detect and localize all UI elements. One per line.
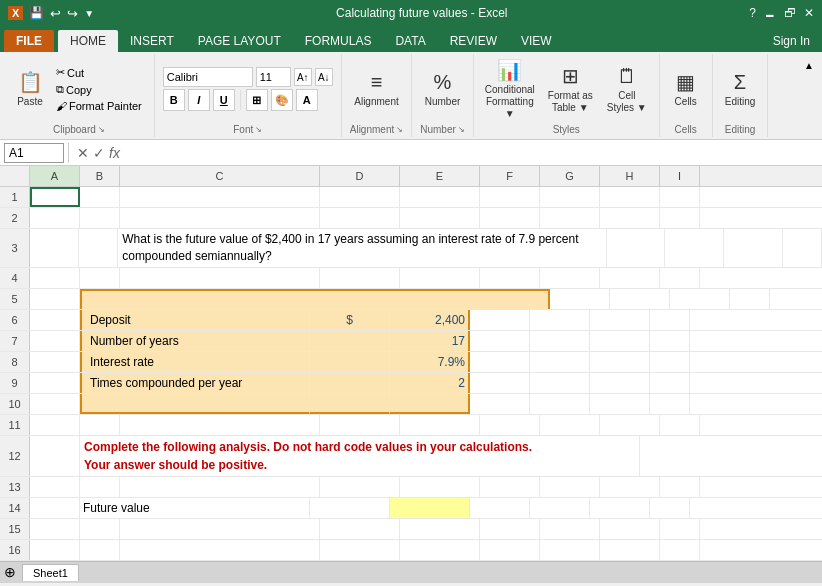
cell-a14[interactable] xyxy=(30,498,80,518)
number-expand-icon[interactable]: ↘ xyxy=(458,125,465,134)
cell-i16[interactable] xyxy=(660,540,700,560)
tab-page-layout[interactable]: PAGE LAYOUT xyxy=(186,30,293,52)
cell-a13[interactable] xyxy=(30,477,80,497)
cell-h6[interactable] xyxy=(590,310,650,330)
sheet-tab-1[interactable]: Sheet1 xyxy=(22,564,79,581)
tab-file[interactable]: FILE xyxy=(4,30,54,52)
cell-g13[interactable] xyxy=(540,477,600,497)
col-header-e[interactable]: E xyxy=(400,166,480,186)
cell-i9[interactable] xyxy=(650,373,690,393)
cell-i4[interactable] xyxy=(660,268,700,288)
close-icon[interactable]: ✕ xyxy=(804,6,814,20)
bold-button[interactable]: B xyxy=(163,89,185,111)
collapse-ribbon-button[interactable]: ▲ xyxy=(800,54,818,76)
editing-button[interactable]: Σ Editing xyxy=(721,64,760,114)
undo-icon[interactable]: ↩ xyxy=(50,6,61,21)
cell-c11[interactable] xyxy=(120,415,320,435)
alignment-button[interactable]: ≡ Alignment xyxy=(350,64,402,114)
cell-f14[interactable] xyxy=(470,498,530,518)
cell-f9[interactable] xyxy=(470,373,530,393)
cell-d4[interactable] xyxy=(320,268,400,288)
format-as-table-button[interactable]: ⊞ Format asTable ▼ xyxy=(544,62,597,116)
sign-in-button[interactable]: Sign In xyxy=(765,30,818,52)
cell-h7[interactable] xyxy=(590,331,650,351)
cell-b16[interactable] xyxy=(80,540,120,560)
cell-a10[interactable] xyxy=(30,394,80,414)
tab-formulas[interactable]: FORMULAS xyxy=(293,30,384,52)
cell-a16[interactable] xyxy=(30,540,80,560)
font-color-button[interactable]: A xyxy=(296,89,318,111)
help-icon[interactable]: ? xyxy=(749,6,756,20)
cell-e13[interactable] xyxy=(400,477,480,497)
cell-f1[interactable] xyxy=(480,187,540,207)
cell-g11[interactable] xyxy=(540,415,600,435)
cell-b13[interactable] xyxy=(80,477,120,497)
tab-insert[interactable]: INSERT xyxy=(118,30,186,52)
col-header-c[interactable]: C xyxy=(120,166,320,186)
cell-g14[interactable] xyxy=(530,498,590,518)
cell-f11[interactable] xyxy=(480,415,540,435)
copy-button[interactable]: ⧉ Copy xyxy=(52,82,146,97)
cell-d9[interactable] xyxy=(310,373,390,393)
cell-i8[interactable] xyxy=(650,352,690,372)
cell-a11[interactable] xyxy=(30,415,80,435)
cell-h3[interactable] xyxy=(724,229,783,267)
col-header-g[interactable]: G xyxy=(540,166,600,186)
format-painter-button[interactable]: 🖌 Format Painter xyxy=(52,99,146,113)
cell-i5[interactable] xyxy=(730,289,770,309)
conditional-formatting-button[interactable]: 📊 ConditionalFormatting ▼ xyxy=(482,56,538,122)
cell-i1[interactable] xyxy=(660,187,700,207)
cell-d2[interactable] xyxy=(320,208,400,228)
cell-h14[interactable] xyxy=(590,498,650,518)
cell-f8[interactable] xyxy=(470,352,530,372)
add-sheet-button[interactable]: ⊕ xyxy=(4,564,16,580)
cell-c2[interactable] xyxy=(120,208,320,228)
italic-button[interactable]: I xyxy=(188,89,210,111)
name-box[interactable] xyxy=(4,143,64,163)
cell-e1[interactable] xyxy=(400,187,480,207)
clipboard-expand-icon[interactable]: ↘ xyxy=(98,125,105,134)
cell-g2[interactable] xyxy=(540,208,600,228)
cell-b11[interactable] xyxy=(80,415,120,435)
cell-e8-value[interactable]: 7.9% xyxy=(390,352,470,372)
cell-f6[interactable] xyxy=(470,310,530,330)
cell-g10[interactable] xyxy=(530,394,590,414)
cell-e2[interactable] xyxy=(400,208,480,228)
restore-icon[interactable]: 🗗 xyxy=(784,6,796,20)
cell-i13[interactable] xyxy=(660,477,700,497)
cell-f5[interactable] xyxy=(550,289,610,309)
alignment-expand-icon[interactable]: ↘ xyxy=(396,125,403,134)
tab-data[interactable]: DATA xyxy=(383,30,437,52)
cell-f15[interactable] xyxy=(480,519,540,539)
tab-view[interactable]: VIEW xyxy=(509,30,564,52)
cell-b15[interactable] xyxy=(80,519,120,539)
cell-i2[interactable] xyxy=(660,208,700,228)
cell-h15[interactable] xyxy=(600,519,660,539)
paste-button[interactable]: 📋 Paste xyxy=(12,64,48,114)
cell-e11[interactable] xyxy=(400,415,480,435)
cell-a9[interactable] xyxy=(30,373,80,393)
cell-f16[interactable] xyxy=(480,540,540,560)
cell-styles-button[interactable]: 🗒 CellStyles ▼ xyxy=(603,62,651,116)
redo-icon[interactable]: ↪ xyxy=(67,6,78,21)
cell-h1[interactable] xyxy=(600,187,660,207)
cell-d1[interactable] xyxy=(320,187,400,207)
cell-g3[interactable] xyxy=(665,229,724,267)
cell-g5[interactable] xyxy=(610,289,670,309)
cell-h16[interactable] xyxy=(600,540,660,560)
cell-i10[interactable] xyxy=(650,394,690,414)
cell-e4[interactable] xyxy=(400,268,480,288)
cell-c3-merged[interactable]: What is the future value of $2,400 in 17… xyxy=(118,229,606,267)
cell-g8[interactable] xyxy=(530,352,590,372)
cell-b2[interactable] xyxy=(80,208,120,228)
cell-g4[interactable] xyxy=(540,268,600,288)
cell-g6[interactable] xyxy=(530,310,590,330)
tab-review[interactable]: REVIEW xyxy=(438,30,509,52)
cell-g9[interactable] xyxy=(530,373,590,393)
cell-h2[interactable] xyxy=(600,208,660,228)
cell-i6[interactable] xyxy=(650,310,690,330)
underline-button[interactable]: U xyxy=(213,89,235,111)
enter-formula-icon[interactable]: ✓ xyxy=(93,145,105,161)
insert-function-icon[interactable]: fx xyxy=(109,145,120,161)
cell-b14-future[interactable]: Future value xyxy=(80,498,310,518)
